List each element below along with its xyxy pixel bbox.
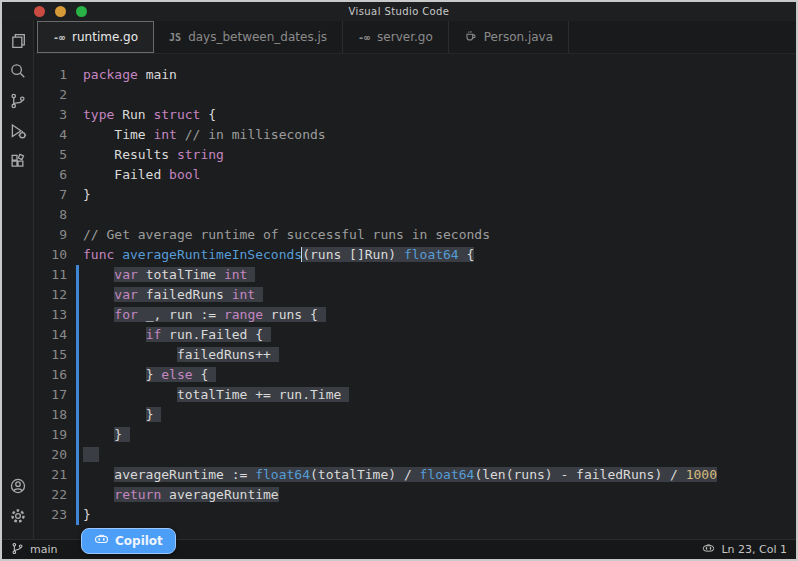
line-number[interactable]: 22: [34, 485, 76, 505]
line-number[interactable]: 18: [34, 405, 76, 425]
close-button[interactable]: [34, 6, 45, 17]
line-number[interactable]: 2: [34, 85, 76, 105]
line-number[interactable]: 7: [34, 185, 76, 205]
gutter-decoration: [76, 185, 83, 205]
code-line[interactable]: 15 failedRuns++: [34, 345, 796, 365]
cursor-position-indicator[interactable]: Ln 23, Col 1: [702, 542, 787, 558]
activity-search[interactable]: [2, 58, 34, 88]
line-number[interactable]: 17: [34, 385, 76, 405]
code-text: }: [83, 505, 91, 525]
tab-runtime.go[interactable]: -∞runtime.go: [37, 21, 154, 53]
line-number[interactable]: 11: [34, 265, 76, 285]
code-line[interactable]: 20: [34, 445, 796, 465]
main-area: -∞runtime.goJSdays_between_dates.js-∞ser…: [2, 21, 796, 539]
modified-gutter-indicator: [76, 505, 83, 525]
cursor-position: Ln 23, Col 1: [721, 543, 787, 556]
code-line[interactable]: 1package main: [34, 65, 796, 85]
line-number[interactable]: 19: [34, 425, 76, 445]
line-number[interactable]: 3: [34, 105, 76, 125]
line-number[interactable]: 4: [34, 125, 76, 145]
code-line[interactable]: 13 for _, run := range runs {: [34, 305, 796, 325]
activity-run-debug[interactable]: [2, 118, 34, 148]
minimize-button[interactable]: [55, 6, 66, 17]
branch-icon: [11, 542, 24, 558]
code-line[interactable]: 22 return averageRuntime: [34, 485, 796, 505]
code-line[interactable]: 19 }: [34, 425, 796, 445]
code-text: var failedRuns int: [83, 285, 263, 305]
line-number[interactable]: 14: [34, 325, 76, 345]
gutter-decoration: [76, 205, 83, 225]
code-line[interactable]: 14 if run.Failed {: [34, 325, 796, 345]
line-number[interactable]: 9: [34, 225, 76, 245]
copilot-button[interactable]: Copilot: [81, 528, 176, 554]
code-line[interactable]: 16 } else {: [34, 365, 796, 385]
code-line[interactable]: 11 var totalTime int: [34, 265, 796, 285]
code-line[interactable]: 17 totalTime += run.Time: [34, 385, 796, 405]
activity-account[interactable]: [2, 473, 34, 503]
window-controls: [34, 6, 87, 17]
modified-gutter-indicator: [76, 405, 83, 425]
code-line[interactable]: 2: [34, 85, 796, 105]
line-number[interactable]: 10: [34, 245, 76, 265]
code-text: func averageRuntimeInSeconds(runs []Run)…: [83, 245, 474, 265]
activity-bar-bottom: [2, 473, 33, 533]
gutter-decoration: [76, 225, 83, 245]
code-line[interactable]: 10func averageRuntimeInSeconds(runs []Ru…: [34, 245, 796, 265]
line-number[interactable]: 16: [34, 365, 76, 385]
activity-source-control[interactable]: [2, 88, 34, 118]
activity-explorer[interactable]: [2, 28, 34, 58]
code-line[interactable]: 18 }: [34, 405, 796, 425]
code-line[interactable]: 5 Results string: [34, 145, 796, 165]
line-number[interactable]: 13: [34, 305, 76, 325]
code-text: failedRuns++: [83, 345, 279, 365]
line-number[interactable]: 12: [34, 285, 76, 305]
code-line[interactable]: 4 Time int // in milliseconds: [34, 125, 796, 145]
line-number[interactable]: 15: [34, 345, 76, 365]
code-line[interactable]: 7}: [34, 185, 796, 205]
zoom-button[interactable]: [76, 6, 87, 17]
line-number[interactable]: 6: [34, 165, 76, 185]
code-line[interactable]: 8: [34, 205, 796, 225]
copilot-icon: [94, 532, 109, 550]
modified-gutter-indicator: [76, 385, 83, 405]
code-line[interactable]: 12 var failedRuns int: [34, 285, 796, 305]
go-icon: -∞: [358, 30, 370, 44]
gutter-decoration: [76, 125, 83, 145]
code-line[interactable]: 9// Get average runtime of successful ru…: [34, 225, 796, 245]
line-number[interactable]: 23: [34, 505, 76, 525]
line-number[interactable]: 21: [34, 465, 76, 485]
activity-extensions[interactable]: [2, 148, 34, 178]
line-number[interactable]: 8: [34, 205, 76, 225]
modified-gutter-indicator: [76, 345, 83, 365]
line-number[interactable]: 5: [34, 145, 76, 165]
go-icon: -∞: [53, 30, 65, 44]
line-number[interactable]: 20: [34, 445, 76, 465]
code-line[interactable]: 6 Failed bool: [34, 165, 796, 185]
code-line[interactable]: 23}: [34, 505, 796, 525]
code-editor[interactable]: 1package main23type Run struct {4 Time i…: [34, 54, 796, 539]
code-text: Time int // in milliseconds: [83, 125, 326, 145]
tab-Person.java[interactable]: Person.java: [449, 21, 569, 53]
java-icon: [464, 29, 477, 45]
gutter-decoration: [76, 145, 83, 165]
tab-label: days_between_dates.js: [188, 30, 327, 44]
modified-gutter-indicator: [76, 325, 83, 345]
code-line[interactable]: 3type Run struct {: [34, 105, 796, 125]
modified-gutter-indicator: [76, 425, 83, 445]
modified-gutter-indicator: [76, 445, 83, 465]
activity-settings[interactable]: [2, 503, 34, 533]
window-title: Visual Studio Code: [2, 6, 796, 17]
branch-indicator[interactable]: main: [11, 542, 57, 558]
tab-days_between_dates.js[interactable]: JSdays_between_dates.js: [154, 21, 343, 53]
code-text: averageRuntime := float64(totalTime) / f…: [83, 465, 717, 485]
tab-label: server.go: [377, 30, 433, 44]
modified-gutter-indicator: [76, 465, 83, 485]
search-icon: [9, 62, 27, 84]
code-text: // Get average runtime of successful run…: [83, 225, 490, 245]
settings-icon: [9, 507, 27, 529]
code-line[interactable]: 21 averageRuntime := float64(totalTime) …: [34, 465, 796, 485]
gutter-decoration: [76, 245, 83, 265]
line-number[interactable]: 1: [34, 65, 76, 85]
tab-server.go[interactable]: -∞server.go: [343, 21, 449, 53]
branch-name: main: [30, 543, 57, 556]
